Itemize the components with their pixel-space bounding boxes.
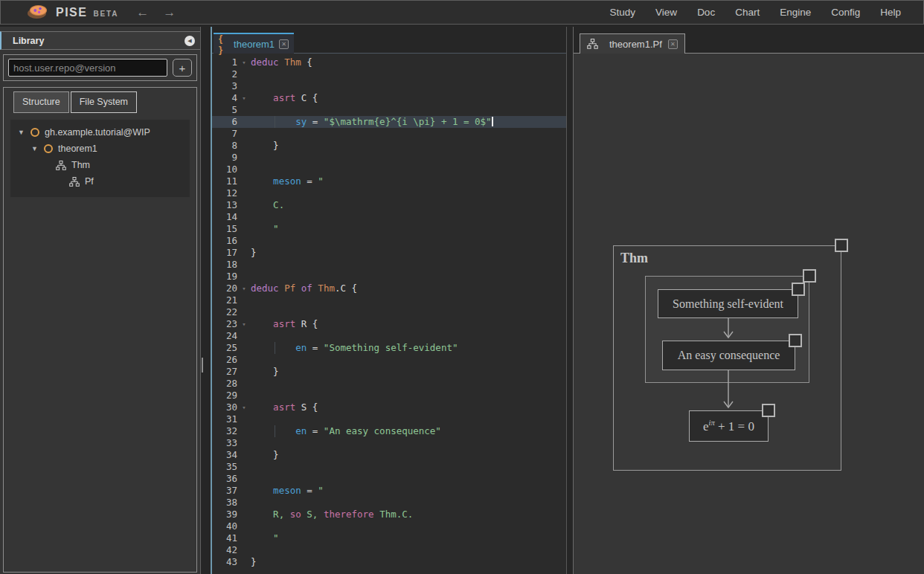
line-number: 14 [212,211,237,223]
line-number: 23 [212,318,237,330]
close-icon[interactable]: ✕ [668,39,678,49]
code-line[interactable]: 35 [212,461,566,473]
menu-item-engine[interactable]: Engine [780,7,811,18]
menu-item-config[interactable]: Config [831,7,860,18]
tab-file-system[interactable]: File System [71,91,137,113]
code-line[interactable]: 34 } [212,449,566,461]
tab-structure[interactable]: Structure [13,91,69,113]
resize-handle[interactable] [792,283,805,296]
code-line[interactable]: 7 [212,128,566,140]
resize-handle[interactable] [803,269,816,283]
close-icon[interactable]: ✕ [279,39,289,49]
code-line[interactable]: 31 [212,413,566,425]
code-line[interactable]: 30▾ asrt S { [212,402,566,413]
tree-item-module[interactable]: ▼ theorem1 [10,141,190,157]
code-line[interactable]: 22 [212,306,566,318]
code-line[interactable]: 12 [212,187,566,199]
line-number: 29 [212,390,237,402]
add-repo-button[interactable]: + [173,59,192,77]
back-arrow-icon[interactable]: ← [136,5,149,20]
caret-down-icon[interactable]: ▼ [18,129,26,136]
resize-handle[interactable] [762,404,775,417]
code-line[interactable]: 8 } [212,140,566,152]
diagram-node-r[interactable]: Something self-evident [658,289,798,318]
editor-tab-label: theorem1 [234,39,275,50]
line-number: 26 [212,354,237,366]
code-line[interactable]: 21 [212,294,566,306]
code-text [251,544,566,556]
fold-gutter [237,68,251,80]
resize-handle[interactable] [789,334,802,347]
collapse-panel-icon[interactable]: ◀ [185,36,195,46]
code-line[interactable]: 41 " [212,532,566,544]
code-line[interactable]: 6 sy = "$\mathrm{e}^{i \pi} + 1 = 0$" [212,116,566,128]
code-line[interactable]: 14 [212,211,566,223]
forward-arrow-icon[interactable]: → [163,5,176,20]
line-number: 35 [212,461,237,473]
diagram-node-s[interactable]: An easy consequence [662,341,795,370]
repo-search-bar: + [3,54,197,81]
code-line[interactable]: 32 en = "An easy consequence" [212,425,566,437]
code-line[interactable]: 27 } [212,366,566,378]
code-line[interactable]: 28 [212,378,566,390]
code-line[interactable]: 3 [212,80,566,92]
code-line[interactable]: 39 R, so S, therefore Thm.C. [212,509,566,520]
fold-marker-icon[interactable]: ▾ [237,57,251,68]
editor-tab-theorem1[interactable]: { } theorem1 ✕ [214,33,294,54]
fold-gutter [237,520,251,532]
repo-search-input[interactable] [8,59,167,77]
code-line[interactable]: 38 [212,497,566,509]
code-line[interactable]: 25 en = "Something self-evident" [212,342,566,354]
menu-item-help[interactable]: Help [880,7,901,18]
line-number: 3 [212,80,237,92]
menu-item-doc[interactable]: Doc [697,7,715,18]
code-line[interactable]: 4▾ asrt C { [212,92,566,104]
tree-item-thm[interactable]: Thm [10,157,190,173]
code-line[interactable]: 10 [212,164,566,175]
fold-gutter [237,485,251,497]
code-line[interactable]: 11 meson = " [212,175,566,187]
fold-marker-icon[interactable]: ▾ [237,318,251,330]
code-line[interactable]: 17} [212,247,566,259]
menu-item-chart[interactable]: Chart [735,7,760,18]
code-line[interactable]: 18 [212,259,566,271]
code-line[interactable]: 24 [212,330,566,342]
code-line[interactable]: 9 [212,152,566,164]
diagram-node-conclusion[interactable]: eiπ + 1 = 0 [689,410,769,442]
code-line[interactable]: 40 [212,520,566,532]
code-line[interactable]: 2 [212,68,566,80]
code-line[interactable]: 5 [212,104,566,116]
code-line[interactable]: 36 [212,473,566,485]
code-line[interactable]: 13 C. [212,199,566,211]
fold-marker-icon[interactable]: ▾ [237,402,251,413]
code-lines[interactable]: 1▾deduc Thm {234▾ asrt C {56 sy = "$\mat… [212,54,566,574]
line-number: 43 [212,556,237,568]
tree-item-pf[interactable]: Pf [10,173,190,190]
code-line[interactable]: 23▾ asrt R { [212,318,566,330]
line-number: 17 [212,247,237,259]
code-line[interactable]: 15 " [212,223,566,235]
code-line[interactable]: 42 [212,544,566,556]
code-line[interactable]: 26 [212,354,566,366]
line-number: 9 [212,152,237,164]
pane-scrollbar-thumb[interactable] [202,358,203,373]
caret-down-icon[interactable]: ▼ [31,145,39,152]
menu-item-view[interactable]: View [655,7,677,18]
code-line[interactable]: 16 [212,235,566,247]
code-line[interactable]: 33 [212,437,566,449]
preview-tab-theorem1-pf[interactable]: theorem1.Pf ✕ [580,33,685,54]
fold-gutter [237,342,251,354]
code-line[interactable]: 20▾deduc Pf of Thm.C { [212,283,566,294]
code-line[interactable]: 19 [212,271,566,283]
resize-handle[interactable] [835,239,848,252]
fold-marker-icon[interactable]: ▾ [237,283,251,294]
code-line[interactable]: 1▾deduc Thm { [212,57,566,68]
library-title: Library [13,36,44,46]
tree-item-repo[interactable]: ▼ gh.example.tutorial@WIP [10,124,190,141]
code-line[interactable]: 43} [212,556,566,568]
code-line[interactable]: 29 [212,390,566,402]
code-line[interactable]: 37 meson = " [212,485,566,497]
fold-gutter [237,199,251,211]
menu-item-study[interactable]: Study [610,7,636,18]
fold-marker-icon[interactable]: ▾ [237,92,251,104]
